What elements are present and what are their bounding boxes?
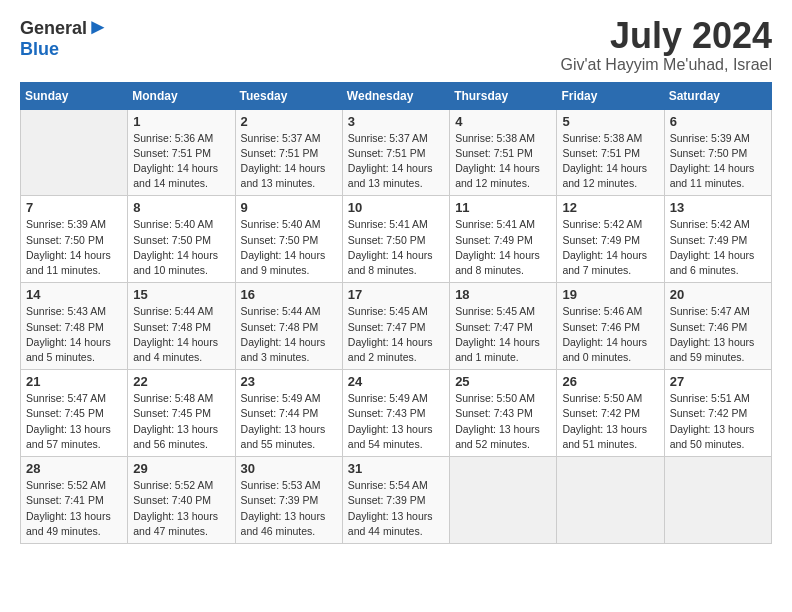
header-cell-monday: Monday [128,82,235,109]
day-cell: 7Sunrise: 5:39 AM Sunset: 7:50 PM Daylig… [21,196,128,283]
day-number: 23 [241,374,337,389]
day-number: 16 [241,287,337,302]
day-number: 9 [241,200,337,215]
day-info: Sunrise: 5:54 AM Sunset: 7:39 PM Dayligh… [348,478,444,539]
day-info: Sunrise: 5:50 AM Sunset: 7:42 PM Dayligh… [562,391,658,452]
day-number: 13 [670,200,766,215]
day-info: Sunrise: 5:40 AM Sunset: 7:50 PM Dayligh… [133,217,229,278]
day-cell: 10Sunrise: 5:41 AM Sunset: 7:50 PM Dayli… [342,196,449,283]
day-info: Sunrise: 5:49 AM Sunset: 7:44 PM Dayligh… [241,391,337,452]
day-number: 30 [241,461,337,476]
day-info: Sunrise: 5:36 AM Sunset: 7:51 PM Dayligh… [133,131,229,192]
header-cell-wednesday: Wednesday [342,82,449,109]
logo-bird-icon: ► [87,14,109,39]
day-number: 3 [348,114,444,129]
day-info: Sunrise: 5:42 AM Sunset: 7:49 PM Dayligh… [562,217,658,278]
day-info: Sunrise: 5:45 AM Sunset: 7:47 PM Dayligh… [348,304,444,365]
header-cell-friday: Friday [557,82,664,109]
day-number: 24 [348,374,444,389]
day-cell: 14Sunrise: 5:43 AM Sunset: 7:48 PM Dayli… [21,283,128,370]
day-cell: 6Sunrise: 5:39 AM Sunset: 7:50 PM Daylig… [664,109,771,196]
day-cell: 15Sunrise: 5:44 AM Sunset: 7:48 PM Dayli… [128,283,235,370]
day-info: Sunrise: 5:37 AM Sunset: 7:51 PM Dayligh… [241,131,337,192]
day-cell: 29Sunrise: 5:52 AM Sunset: 7:40 PM Dayli… [128,457,235,544]
day-cell [664,457,771,544]
day-info: Sunrise: 5:39 AM Sunset: 7:50 PM Dayligh… [670,131,766,192]
day-cell: 18Sunrise: 5:45 AM Sunset: 7:47 PM Dayli… [450,283,557,370]
day-cell: 20Sunrise: 5:47 AM Sunset: 7:46 PM Dayli… [664,283,771,370]
day-info: Sunrise: 5:43 AM Sunset: 7:48 PM Dayligh… [26,304,122,365]
header-cell-thursday: Thursday [450,82,557,109]
day-info: Sunrise: 5:40 AM Sunset: 7:50 PM Dayligh… [241,217,337,278]
day-number: 18 [455,287,551,302]
month-year-title: July 2024 [560,16,772,56]
day-number: 25 [455,374,551,389]
day-info: Sunrise: 5:38 AM Sunset: 7:51 PM Dayligh… [455,131,551,192]
logo: General► Blue [20,16,109,60]
calendar-table: SundayMondayTuesdayWednesdayThursdayFrid… [20,82,772,544]
header-cell-tuesday: Tuesday [235,82,342,109]
day-info: Sunrise: 5:44 AM Sunset: 7:48 PM Dayligh… [241,304,337,365]
day-info: Sunrise: 5:44 AM Sunset: 7:48 PM Dayligh… [133,304,229,365]
day-cell: 19Sunrise: 5:46 AM Sunset: 7:46 PM Dayli… [557,283,664,370]
day-cell: 12Sunrise: 5:42 AM Sunset: 7:49 PM Dayli… [557,196,664,283]
day-number: 19 [562,287,658,302]
day-number: 6 [670,114,766,129]
day-cell: 25Sunrise: 5:50 AM Sunset: 7:43 PM Dayli… [450,370,557,457]
day-number: 7 [26,200,122,215]
day-number: 4 [455,114,551,129]
calendar-body: 1Sunrise: 5:36 AM Sunset: 7:51 PM Daylig… [21,109,772,543]
day-number: 20 [670,287,766,302]
day-number: 5 [562,114,658,129]
title-area: July 2024 Giv'at Hayyim Me'uhad, Israel [560,16,772,74]
day-cell: 28Sunrise: 5:52 AM Sunset: 7:41 PM Dayli… [21,457,128,544]
header-row: SundayMondayTuesdayWednesdayThursdayFrid… [21,82,772,109]
day-info: Sunrise: 5:38 AM Sunset: 7:51 PM Dayligh… [562,131,658,192]
day-info: Sunrise: 5:53 AM Sunset: 7:39 PM Dayligh… [241,478,337,539]
day-number: 15 [133,287,229,302]
day-number: 8 [133,200,229,215]
day-cell: 21Sunrise: 5:47 AM Sunset: 7:45 PM Dayli… [21,370,128,457]
day-info: Sunrise: 5:51 AM Sunset: 7:42 PM Dayligh… [670,391,766,452]
day-cell: 26Sunrise: 5:50 AM Sunset: 7:42 PM Dayli… [557,370,664,457]
day-number: 31 [348,461,444,476]
week-row-3: 14Sunrise: 5:43 AM Sunset: 7:48 PM Dayli… [21,283,772,370]
day-info: Sunrise: 5:41 AM Sunset: 7:50 PM Dayligh… [348,217,444,278]
day-cell: 31Sunrise: 5:54 AM Sunset: 7:39 PM Dayli… [342,457,449,544]
day-cell: 5Sunrise: 5:38 AM Sunset: 7:51 PM Daylig… [557,109,664,196]
day-cell: 30Sunrise: 5:53 AM Sunset: 7:39 PM Dayli… [235,457,342,544]
day-cell [450,457,557,544]
day-number: 26 [562,374,658,389]
week-row-2: 7Sunrise: 5:39 AM Sunset: 7:50 PM Daylig… [21,196,772,283]
day-info: Sunrise: 5:45 AM Sunset: 7:47 PM Dayligh… [455,304,551,365]
day-info: Sunrise: 5:52 AM Sunset: 7:40 PM Dayligh… [133,478,229,539]
location-subtitle: Giv'at Hayyim Me'uhad, Israel [560,56,772,74]
day-number: 2 [241,114,337,129]
day-cell: 17Sunrise: 5:45 AM Sunset: 7:47 PM Dayli… [342,283,449,370]
day-info: Sunrise: 5:41 AM Sunset: 7:49 PM Dayligh… [455,217,551,278]
day-cell: 22Sunrise: 5:48 AM Sunset: 7:45 PM Dayli… [128,370,235,457]
day-cell: 4Sunrise: 5:38 AM Sunset: 7:51 PM Daylig… [450,109,557,196]
day-info: Sunrise: 5:46 AM Sunset: 7:46 PM Dayligh… [562,304,658,365]
header-cell-saturday: Saturday [664,82,771,109]
day-cell: 24Sunrise: 5:49 AM Sunset: 7:43 PM Dayli… [342,370,449,457]
day-number: 1 [133,114,229,129]
day-cell [21,109,128,196]
day-info: Sunrise: 5:39 AM Sunset: 7:50 PM Dayligh… [26,217,122,278]
day-info: Sunrise: 5:48 AM Sunset: 7:45 PM Dayligh… [133,391,229,452]
header-cell-sunday: Sunday [21,82,128,109]
day-cell: 1Sunrise: 5:36 AM Sunset: 7:51 PM Daylig… [128,109,235,196]
day-info: Sunrise: 5:42 AM Sunset: 7:49 PM Dayligh… [670,217,766,278]
day-number: 17 [348,287,444,302]
day-cell: 27Sunrise: 5:51 AM Sunset: 7:42 PM Dayli… [664,370,771,457]
day-cell: 8Sunrise: 5:40 AM Sunset: 7:50 PM Daylig… [128,196,235,283]
day-number: 10 [348,200,444,215]
calendar-header: SundayMondayTuesdayWednesdayThursdayFrid… [21,82,772,109]
day-info: Sunrise: 5:47 AM Sunset: 7:46 PM Dayligh… [670,304,766,365]
day-number: 14 [26,287,122,302]
day-number: 28 [26,461,122,476]
day-number: 11 [455,200,551,215]
day-number: 29 [133,461,229,476]
week-row-5: 28Sunrise: 5:52 AM Sunset: 7:41 PM Dayli… [21,457,772,544]
week-row-4: 21Sunrise: 5:47 AM Sunset: 7:45 PM Dayli… [21,370,772,457]
